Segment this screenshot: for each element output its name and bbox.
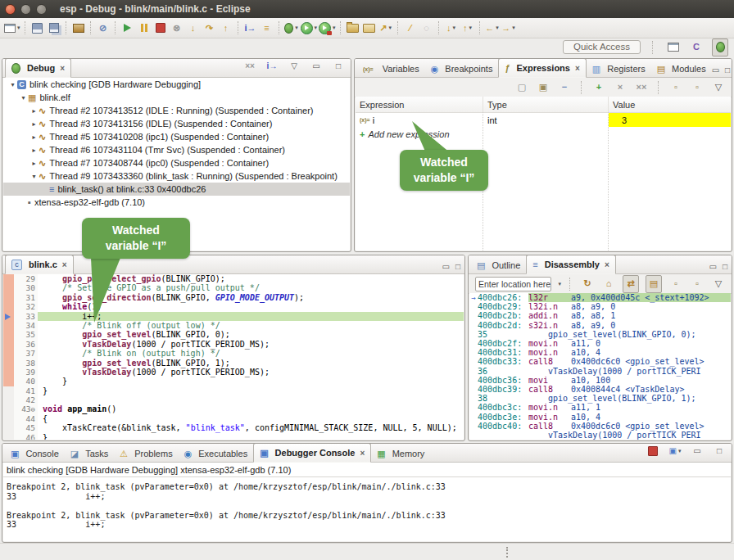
tab-debugger-console[interactable]: ▣Debugger Console× <box>253 443 371 463</box>
chevron-down-icon[interactable]: ▾ <box>388 25 392 31</box>
view-menu-button[interactable]: ▽ <box>711 79 726 96</box>
twist-icon[interactable]: ▾ <box>29 173 39 180</box>
remove-all-expressions-button[interactable]: ×× <box>634 79 649 96</box>
disassembly-listing[interactable]: →400dbc26:l32ra9, 0x400d045c <_stext+109… <box>469 293 731 440</box>
tab-outline[interactable]: ▤Outline <box>471 257 526 273</box>
column-type[interactable]: Type <box>483 97 609 112</box>
forward-button[interactable]: →▾ <box>501 20 516 36</box>
tab-executables[interactable]: ◉Executables <box>179 445 254 462</box>
debug-tree-row[interactable]: ▪xtensa-esp32-elf-gdb (7.10) <box>3 196 350 209</box>
pin-button[interactable]: ▫ <box>690 276 705 292</box>
show-source-button[interactable]: ▤ <box>646 275 662 293</box>
chevron-down-icon[interactable]: ▾ <box>496 25 499 31</box>
remove-all-terminated-button[interactable]: ×× <box>242 58 257 75</box>
open-element-button[interactable] <box>346 20 360 36</box>
chevron-down-icon[interactable]: ▾ <box>453 25 456 31</box>
close-icon[interactable]: × <box>575 64 580 73</box>
external-tools-button[interactable]: ▾ <box>319 20 336 36</box>
view-menu-button[interactable]: ▽ <box>287 58 301 75</box>
display-selected-console-button[interactable]: ▣▾ <box>668 443 682 459</box>
debug-tree-row[interactable]: ▸∿Thread #5 1073410208 (ipc1) (Suspended… <box>3 130 350 143</box>
column-divider[interactable] <box>608 112 609 251</box>
debug-tree-row[interactable]: ▸∿Thread #3 1073413156 (IDLE) (Suspended… <box>3 117 350 130</box>
debug-tree-row[interactable]: ▸∿Thread #7 1073408744 (ipc0) (Suspended… <box>3 156 350 169</box>
minimize-icon[interactable]: ▭ <box>709 263 717 271</box>
twist-icon[interactable]: ▸ <box>29 133 39 141</box>
console-area[interactable]: blink checking [GDB Hardware Debugging] … <box>3 463 731 541</box>
resume-button[interactable] <box>120 20 135 36</box>
open-new-view-button[interactable]: ▫ <box>668 276 683 292</box>
tab-registers[interactable]: ▥Registers <box>587 61 651 77</box>
run-button[interactable]: ▾ <box>301 20 318 36</box>
twist-icon[interactable]: ▸ <box>29 120 39 128</box>
tab-blink-c[interactable]: c blink.c × <box>5 255 74 274</box>
close-icon[interactable]: × <box>62 260 67 269</box>
pin-editor-button[interactable]: ↓▾ <box>444 20 459 36</box>
maximize-icon[interactable]: □ <box>455 263 460 271</box>
instruction-stepping-toggle-button[interactable]: i→ <box>265 58 279 75</box>
minimize-button[interactable]: ▭ <box>690 443 705 459</box>
build-button[interactable] <box>71 20 86 36</box>
column-value[interactable]: Value <box>609 97 731 112</box>
remove-expression-button[interactable]: × <box>613 79 628 96</box>
fold-minus-icon[interactable]: ⊖ <box>31 405 35 413</box>
twist-icon[interactable]: ▸ <box>29 147 39 154</box>
close-icon[interactable]: × <box>360 449 365 458</box>
chevron-down-icon[interactable]: ▾ <box>315 25 318 31</box>
tab-variables[interactable]: (x)=Variables <box>357 61 425 77</box>
disconnect-button[interactable]: ⊗ <box>170 20 184 36</box>
open-resource-button[interactable] <box>362 20 377 36</box>
cpp-perspective-button[interactable]: C <box>689 39 704 56</box>
chevron-down-icon[interactable]: ▾ <box>333 25 336 31</box>
debug-perspective-button[interactable] <box>712 38 728 56</box>
tab-modules[interactable]: ▤Modules <box>651 61 712 77</box>
twist-icon[interactable]: ▸ <box>29 160 39 167</box>
maximize-icon[interactable]: □ <box>725 66 730 75</box>
new-wizard-button[interactable]: ▾ <box>4 20 20 36</box>
window-close-button[interactable] <box>5 4 16 15</box>
maximize-icon[interactable]: □ <box>723 263 727 271</box>
close-icon[interactable]: × <box>60 64 65 73</box>
tab-disassembly[interactable]: ≡Disassembly× <box>526 255 616 274</box>
twist-icon[interactable]: ▾ <box>8 81 17 88</box>
tab-problems[interactable]: ⚠Problems <box>114 445 178 462</box>
minimize-icon[interactable]: ▭ <box>712 66 719 75</box>
view-menu-button[interactable]: ▽ <box>711 276 726 292</box>
instruction-stepping-button[interactable]: i→ <box>243 20 258 36</box>
debug-tree-row[interactable]: ▾Cblink checking [GDB Hardware Debugging… <box>3 78 350 91</box>
chevron-down-icon[interactable]: ▾ <box>17 25 20 31</box>
tab-console[interactable]: ▣Console <box>5 445 65 462</box>
column-expression[interactable]: Expression <box>356 97 483 112</box>
tab-expressions[interactable]: ƒExpressions× <box>498 58 586 78</box>
maximize-button[interactable]: □ <box>331 58 346 75</box>
step-into-button[interactable]: ↓ <box>186 20 201 36</box>
open-perspective-button[interactable] <box>666 39 681 56</box>
debug-tree-row[interactable]: ▾▦blink.elf <box>3 91 350 104</box>
minimize-icon[interactable]: ▭ <box>442 263 450 271</box>
twist-icon[interactable]: ▸ <box>29 107 39 115</box>
chevron-down-icon[interactable]: ▾ <box>512 25 515 31</box>
location-dropdown-icon[interactable]: ▾ <box>558 281 561 287</box>
toggle-mark-occurrences-button[interactable]: ⁄ <box>403 20 418 36</box>
home-button[interactable]: ⌂ <box>601 276 616 292</box>
chevron-down-icon[interactable]: ▾ <box>295 25 298 31</box>
debug-tree-row[interactable]: ▸∿Thread #6 1073431104 (Tmr Svc) (Suspen… <box>3 143 350 156</box>
window-minimize-button[interactable] <box>20 4 31 15</box>
refresh-button[interactable]: ↻ <box>580 276 595 292</box>
terminate-button[interactable] <box>153 20 168 36</box>
sync-with-active-context-button[interactable]: ⇄ <box>623 275 639 293</box>
code-editor-area[interactable]: 29 gpio_pad_select_gpio(BLINK_GPIO);30 /… <box>3 274 464 440</box>
debug-tree-row[interactable]: ▾∿Thread #9 1073433360 (blink_task : Run… <box>3 169 350 183</box>
add-expression-button[interactable]: + <box>591 79 606 96</box>
back-button[interactable]: ←▾ <box>485 20 500 36</box>
collapse-all-button[interactable]: − <box>557 79 572 96</box>
open-task-button[interactable]: ↗▾ <box>378 20 393 36</box>
tab-debug[interactable]: Debug × <box>5 58 71 78</box>
quick-access-button[interactable]: Quick Access <box>563 40 641 54</box>
window-maximize-button[interactable] <box>36 4 47 15</box>
open-new-view-button[interactable]: ▫ <box>690 79 705 96</box>
suspend-button[interactable] <box>137 20 152 36</box>
step-over-button[interactable]: ↷ <box>202 20 217 36</box>
maximize-button[interactable]: □ <box>712 443 727 459</box>
terminate-console-button[interactable] <box>646 443 660 459</box>
